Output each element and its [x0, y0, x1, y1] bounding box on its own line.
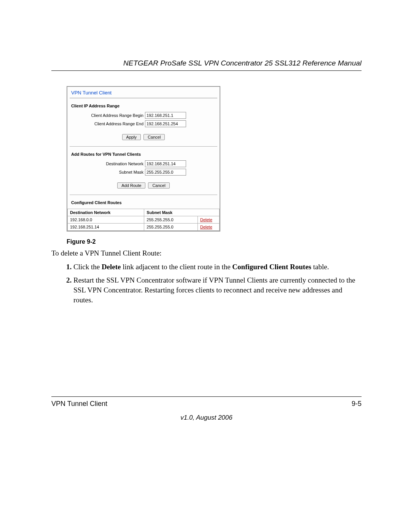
col-subnet-mask: Subnet Mask	[144, 209, 220, 216]
add-routes-heading: Add Routes for VPN Tunnel Clients	[71, 152, 216, 157]
configured-routes-table: Destination Network Subnet Mask 192.168.…	[67, 209, 220, 231]
range-begin-input[interactable]	[145, 112, 186, 119]
step-2: Restart the SSL VPN Concentrator softwar…	[73, 275, 362, 305]
route-dest: 192.168.251.14	[68, 224, 144, 231]
table-row: 192.168.0.0 255.255.255.0 Delete	[68, 216, 220, 224]
client-ip-range-section: Client IP Address Range Client Address R…	[67, 98, 220, 146]
page-footer: VPN Tunnel Client 9-5 v1.0, August 2006	[51, 393, 362, 422]
add-routes-section: Add Routes for VPN Tunnel Clients Destin…	[67, 147, 220, 195]
dest-network-label: Destination Network	[71, 161, 145, 166]
apply-button[interactable]: Apply	[122, 134, 141, 140]
page-header-title: NETGEAR ProSafe SSL VPN Concentrator 25 …	[51, 59, 362, 67]
footer-page-number: 9-5	[352, 400, 362, 408]
delete-link[interactable]: Delete	[200, 225, 212, 229]
header-rule	[51, 70, 362, 71]
configured-routes-section: Configured Client Routes	[67, 195, 220, 205]
route-mask: 255.255.255.0	[144, 216, 198, 224]
vpn-tunnel-client-panel: VPN Tunnel Client Client IP Address Rang…	[67, 86, 220, 232]
panel-title: VPN Tunnel Client	[67, 87, 220, 98]
range-end-input[interactable]	[145, 120, 186, 127]
subnet-mask-label: Subnet Mask	[71, 170, 145, 174]
subnet-mask-input[interactable]	[145, 169, 186, 176]
step-1: Click the Delete link adjacent to the cl…	[73, 262, 362, 272]
cancel-button[interactable]: Cancel	[143, 134, 165, 140]
client-ip-range-heading: Client IP Address Range	[71, 104, 216, 108]
col-destination-network: Destination Network	[68, 209, 144, 216]
steps-list: Click the Delete link adjacent to the cl…	[51, 262, 362, 305]
intro-text: To delete a VPN Tunnel Client Route:	[51, 248, 362, 258]
route-dest: 192.168.0.0	[68, 216, 144, 224]
cancel-route-button[interactable]: Cancel	[148, 182, 169, 189]
footer-left: VPN Tunnel Client	[51, 400, 107, 408]
route-mask: 255.255.255.0	[144, 224, 198, 231]
dest-network-input[interactable]	[145, 160, 186, 167]
delete-link[interactable]: Delete	[200, 217, 212, 222]
footer-version: v1.0, August 2006	[51, 414, 362, 422]
table-row: 192.168.251.14 255.255.255.0 Delete	[68, 224, 220, 231]
configured-routes-heading: Configured Client Routes	[71, 200, 216, 205]
range-begin-label: Client Address Range Begin	[71, 113, 145, 118]
add-route-button[interactable]: Add Route	[117, 182, 145, 189]
footer-rule	[51, 396, 362, 397]
figure-caption: Figure 9-2	[67, 238, 362, 245]
range-end-label: Client Address Range End	[71, 121, 145, 126]
